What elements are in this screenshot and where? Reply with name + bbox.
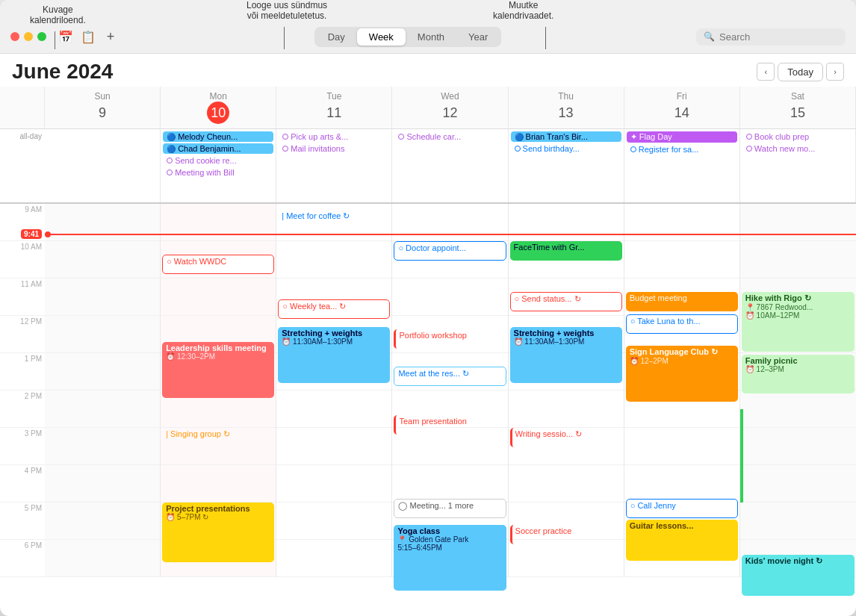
month-header: June 2024 ‹ Today › <box>0 54 856 87</box>
list-item[interactable]: Project presentations ⏰ 5–7PM ↻ <box>162 503 274 562</box>
list-item[interactable]: ○ Watch WWDC <box>162 255 274 274</box>
calendar-window: Kuvagekalendriloend. Looge uus sündmusvõ… <box>0 0 856 616</box>
list-item[interactable]: Kids' movie night ↻ <box>742 555 855 596</box>
tab-day[interactable]: Day <box>316 28 357 46</box>
tab-month[interactable]: Month <box>406 28 456 46</box>
allday-thu: 🔵 Brian Tran's Bir... Send birthday... <box>509 129 624 202</box>
list-item[interactable]: Hike with Rigo ↻ 📍 7867 Redwood... ⏰ 10A… <box>742 292 855 352</box>
list-item[interactable]: 🔵 Brian Tran's Bir... <box>511 131 621 142</box>
list-item[interactable]: Sign Language Club ↻ ⏰ 12–2PM <box>626 346 738 402</box>
list-item[interactable]: | Singing group ↻ <box>162 428 274 447</box>
allday-sun <box>45 129 161 202</box>
view-tabs: Day Week Month Year <box>314 27 502 47</box>
day-header-fri: Fri 14 <box>624 87 740 128</box>
list-item[interactable]: FaceTime with Gr... <box>510 241 622 261</box>
list-item[interactable]: Stretching + weights ⏰ 11:30AM–1:30PM <box>510 327 622 383</box>
search-icon: 🔍 <box>704 31 715 42</box>
list-item[interactable]: ○ Weekly tea... ↻ <box>278 299 390 319</box>
list-item[interactable]: 🔵 Chad Benjamin... <box>163 143 273 154</box>
day-col-sat: Hike with Rigo ↻ 📍 7867 Redwood... ⏰ 10A… <box>740 204 856 577</box>
allday-sat: Book club prep Watch new mo... <box>740 129 856 202</box>
today-button[interactable]: Today <box>778 63 823 81</box>
day-col-thu: FaceTime with Gr... ○ Send status... ↻ S… <box>509 204 624 577</box>
list-item[interactable]: ○ Doctor appoint... <box>394 241 506 261</box>
list-item[interactable]: Leadership skills meeting ⏰ 12:30–2PM <box>162 342 274 398</box>
list-item[interactable]: Portfolio workshop <box>394 329 506 349</box>
list-item[interactable]: ✦ Flag Day <box>627 131 737 143</box>
day-header-thu: Thu 13 <box>509 87 624 128</box>
list-item[interactable]: Pick up arts &... <box>279 131 389 142</box>
list-item[interactable]: Register for sa... <box>627 144 737 155</box>
day-header-sat: Sat 15 <box>740 87 856 128</box>
list-item[interactable]: Mail invitations <box>279 143 389 154</box>
list-item[interactable]: Budget meeting <box>626 292 738 311</box>
list-item[interactable]: Send cookie re... <box>163 155 273 166</box>
day-header-tue: Tue 11 <box>276 87 392 128</box>
add-event-button[interactable]: + <box>102 28 120 46</box>
allday-mon: 🔵 Melody Cheun... 🔵 Chad Benjamin... Sen… <box>161 129 276 202</box>
time-scroll[interactable]: 9 AM 10 AM 11 AM 12 PM 1 PM 2 PM 3 PM 4 … <box>0 204 856 616</box>
allday-wed: Schedule car... <box>392 129 508 202</box>
nav-prev-button[interactable]: ‹ <box>757 63 775 81</box>
list-item[interactable]: Guitar lessons... <box>626 520 738 561</box>
time-labels: 9 AM 10 AM 11 AM 12 PM 1 PM 2 PM 3 PM 4 … <box>0 204 45 577</box>
list-item[interactable]: Watch new mo... <box>742 143 853 154</box>
annotation-2: Looge uus sündmusvõi meeldetuletetus. <box>246 0 327 21</box>
day-header-wed: Wed 12 <box>392 87 508 128</box>
day-col-tue: | Meet for coffee ↻ ○ Weekly tea... ↻ St… <box>276 204 392 577</box>
search-box: 🔍 <box>696 28 846 46</box>
list-item[interactable]: Meeting with Bill <box>163 167 273 178</box>
list-item[interactable]: Schedule car... <box>394 131 505 142</box>
list-item[interactable]: ○ Send status... ↻ <box>510 292 622 311</box>
minimize-button[interactable] <box>24 32 33 41</box>
time-col-header <box>0 87 45 128</box>
list-item[interactable]: Send birthday... <box>511 143 621 154</box>
allday-label: all-day <box>0 129 45 202</box>
search-input[interactable] <box>719 31 838 43</box>
allday-row: all-day 🔵 Melody Cheun... 🔵 Chad Benjami… <box>0 129 856 204</box>
calendar-list-icon[interactable]: 📅 <box>57 28 75 46</box>
day-header-sun: Sun 9 <box>45 87 161 128</box>
day-header-mon: Mon 10 <box>161 87 276 128</box>
list-item[interactable]: ○ Take Luna to th... <box>626 314 738 334</box>
list-item[interactable]: Writing sessio... ↻ <box>510 428 622 447</box>
list-item[interactable]: Meet at the res... ↻ <box>394 367 506 386</box>
traffic-lights <box>10 32 46 41</box>
page-title: June 2024 <box>12 60 757 84</box>
list-item[interactable]: | Meet for coffee ↻ <box>278 210 390 229</box>
list-item[interactable]: Stretching + weights ⏰ 11:30AM–1:30PM <box>278 327 390 383</box>
list-item[interactable]: Team presentation <box>394 415 506 435</box>
day-col-mon: ○ Watch WWDC Leadership skills meeting ⏰… <box>161 204 276 577</box>
allday-fri: ✦ Flag Day Register for sa... <box>624 129 740 202</box>
inbox-icon[interactable]: 📋 <box>79 28 97 46</box>
fullscreen-button[interactable] <box>37 32 46 41</box>
tab-year[interactable]: Year <box>456 28 500 46</box>
list-item[interactable]: Book club prep <box>742 131 853 142</box>
nav-next-button[interactable]: › <box>826 63 844 81</box>
close-button[interactable] <box>10 32 19 41</box>
list-item[interactable]: ○ Call Jenny <box>626 499 738 518</box>
annotation-3: Muutkekalendrivaadet. <box>493 0 553 21</box>
day-col-sun <box>45 204 161 577</box>
list-item[interactable]: Yoga class 📍 Golden Gate Park 5:15–6:45P… <box>394 525 506 591</box>
list-item[interactable]: ◯ Meeting... 1 more <box>394 499 506 518</box>
day-col-fri: Budget meeting ○ Take Luna to th... Sign… <box>624 204 740 577</box>
day-col-wed: ○ Doctor appoint... Portfolio workshop M… <box>392 204 508 577</box>
list-item[interactable]: 🔵 Melody Cheun... <box>163 131 273 142</box>
calendar-grid: Sun 9 Mon 10 Tue 11 Wed 12 Thu 13 <box>0 87 856 616</box>
tab-week[interactable]: Week <box>357 28 406 46</box>
list-item[interactable]: Soccer practice <box>510 525 622 544</box>
list-item[interactable]: Family picnic ⏰ 12–3PM <box>742 355 855 393</box>
allday-tue: Pick up arts &... Mail invitations <box>276 129 392 202</box>
